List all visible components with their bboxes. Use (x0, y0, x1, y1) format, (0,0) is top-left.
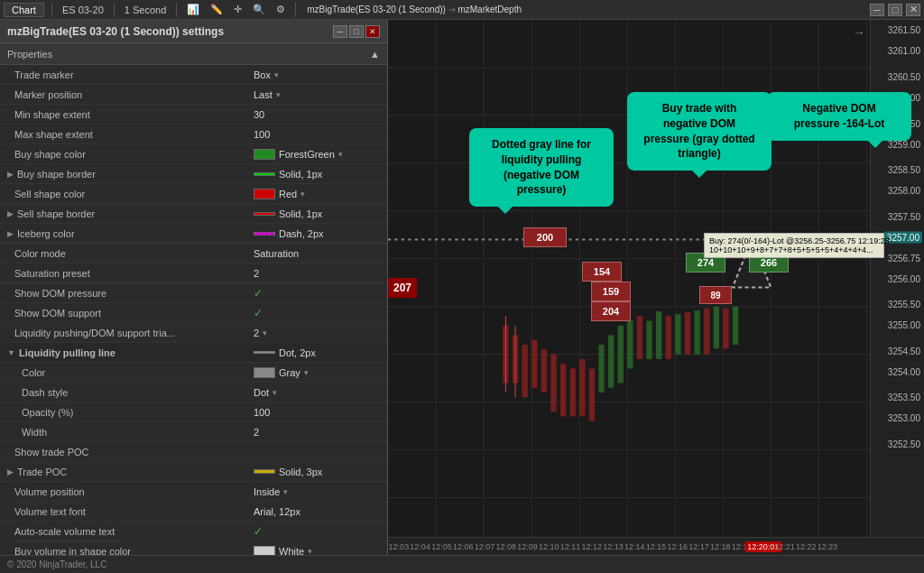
expand-buy-border[interactable]: ▶ (7, 170, 14, 179)
trade-box-159: 159 (591, 282, 631, 301)
svg-rect-40 (666, 316, 671, 359)
chart-area[interactable]: 207 → (388, 20, 924, 555)
label-iceberg-color: Iceberg color (17, 228, 254, 239)
row-buy-shape-border: ▶ Buy shape border Solid, 1px (0, 164, 387, 184)
value-sell-shape-border[interactable]: Solid, 1px (254, 208, 380, 219)
label-volume-text-font: Volume text font (14, 506, 254, 517)
draw-tool-icon[interactable]: ✏️ (208, 4, 226, 15)
close-window-btn[interactable]: ✕ (906, 4, 920, 16)
label-color-mode: Color mode (14, 248, 254, 259)
value-color-mode[interactable]: Saturation (254, 248, 380, 259)
value-width[interactable]: 2 (254, 427, 380, 438)
trade-poc-swatch (254, 469, 275, 474)
value-dash-style[interactable]: Dot ▾ (254, 387, 380, 398)
separator-1 (51, 3, 52, 17)
value-buy-vol-color[interactable]: White ▾ (254, 546, 380, 556)
time-1203: 12:03 (389, 542, 410, 551)
crosshair-icon[interactable]: ✛ (231, 4, 245, 15)
value-trade-marker[interactable]: Box ▾ (254, 69, 380, 80)
buy-border-swatch (254, 172, 275, 176)
left-side-marker: 207 (388, 278, 417, 298)
expand-sell-border[interactable]: ▶ (7, 209, 14, 218)
label-liquidity-pulling-section: Liquidity pulling line (19, 347, 254, 358)
zoom-icon[interactable]: 🔍 (250, 4, 268, 15)
expand-iceberg[interactable]: ▶ (7, 229, 14, 238)
panel-maximize-btn[interactable]: □ (349, 25, 364, 38)
chart-type-icon[interactable]: 📊 (184, 4, 202, 15)
panel-minimize-btn[interactable]: ─ (333, 25, 347, 38)
label-max-shape: Max shape extent (14, 129, 254, 140)
row-trade-poc: ▶ Trade POC Solid, 3px (0, 462, 387, 482)
trade-box-89: 89 (699, 286, 732, 304)
price-3254-50: 3254.50 (888, 346, 920, 356)
value-min-shape[interactable]: 30 (254, 109, 380, 120)
value-auto-scale[interactable]: ✓ (254, 525, 380, 538)
time-1222: 12:22 (796, 542, 817, 551)
value-trade-poc[interactable]: Solid, 3px (254, 467, 380, 477)
label-liquidity-pushing: Liquidity pushing/DOM support tria... (14, 328, 254, 338)
svg-rect-35 (618, 326, 624, 384)
value-sell-shape-color[interactable]: Red ▾ (254, 189, 380, 199)
time-1223: 12:23 (818, 542, 838, 551)
value-volume-position[interactable]: Inside ▾ (254, 486, 380, 497)
value-buy-shape-border[interactable]: Solid, 1px (254, 169, 380, 180)
label-auto-scale: Auto-scale volume text (14, 526, 254, 537)
value-volume-text-font[interactable]: Arial, 12px (254, 506, 380, 517)
settings-title: mzBigTrade(ES 03-20 (1 Second)) settings (7, 25, 224, 38)
expand-liquidity-pulling[interactable]: ▼ (7, 348, 15, 357)
buy-color-swatch (254, 149, 275, 160)
chart-tab[interactable]: Chart (4, 3, 44, 17)
panel-close-btn[interactable]: ✕ (365, 25, 380, 38)
row-liquidity-pulling-section: ▼ Liquidity pulling line Dot, 2px (0, 343, 387, 363)
svg-rect-28 (550, 355, 556, 412)
row-sell-shape-border: ▶ Sell shape border Solid, 1px (0, 204, 387, 224)
time-1206: 12:06 (453, 542, 474, 551)
value-show-dom-pressure[interactable]: ✓ (254, 287, 380, 300)
label-show-trade-poc: Show trade POC (14, 447, 254, 457)
win-controls: ─ □ ✕ (333, 25, 380, 38)
price-3260-50: 3260.50 (888, 72, 920, 82)
value-iceberg-color[interactable]: Dash, 2px (254, 228, 380, 239)
label-show-dom-support: Show DOM support (14, 308, 254, 319)
row-min-shape: Min shape extent 30 (0, 105, 387, 125)
timeframe-selector[interactable]: 1 Second (122, 5, 169, 15)
value-pulling-color[interactable]: Gray ▾ (254, 367, 380, 378)
value-max-shape[interactable]: 100 (254, 129, 380, 140)
iceberg-swatch (254, 232, 275, 236)
expand-trade-poc[interactable]: ▶ (7, 467, 14, 476)
separator-4 (295, 3, 296, 17)
time-1217: 12:17 (688, 542, 709, 551)
scroll-up-btn[interactable]: ▲ (370, 49, 380, 60)
time-1204: 12:04 (410, 542, 430, 551)
main-layout: mzBigTrade(ES 03-20 (1 Second)) settings… (0, 20, 924, 555)
instrument-selector[interactable]: ES 03-20 (60, 5, 106, 15)
properties-header: Properties ▲ (0, 43, 387, 65)
time-1211: 12:11 (560, 542, 581, 551)
settings-content[interactable]: Trade marker Box ▾ Marker position Last … (0, 65, 387, 555)
value-opacity[interactable]: 100 (254, 407, 380, 418)
separator-3 (176, 3, 177, 17)
row-saturation-preset: Saturation preset 2 (0, 263, 387, 283)
minimize-window-btn[interactable]: ─ (870, 4, 884, 16)
label-opacity: Opacity (%) (22, 407, 254, 418)
pulling-color-swatch (254, 367, 275, 378)
svg-rect-47 (733, 307, 738, 345)
value-saturation-preset[interactable]: 2 (254, 268, 380, 279)
price-3256-75: 3256.75 (888, 253, 920, 263)
row-opacity: Opacity (%) 100 (0, 402, 387, 422)
value-marker-position[interactable]: Last ▾ (254, 89, 380, 100)
svg-rect-41 (675, 314, 680, 354)
row-iceberg-color: ▶ Iceberg color Dash, 2px (0, 224, 387, 244)
value-show-dom-support[interactable]: ✓ (254, 307, 380, 319)
value-buy-shape-color[interactable]: ForestGreen ▾ (254, 149, 380, 160)
time-1213: 12:13 (603, 542, 624, 551)
separator-2 (114, 3, 115, 17)
price-3257-50: 3257.50 (888, 211, 920, 221)
time-1221: 12:21 (774, 542, 795, 551)
dropdown-arrow-liquidity: ▾ (263, 328, 267, 337)
svg-rect-42 (685, 312, 690, 355)
settings-icon[interactable]: ⚙ (273, 4, 288, 15)
value-liquidity-pushing[interactable]: 2 ▾ (254, 328, 380, 338)
dropdown-arrow-dash: ▾ (273, 388, 277, 397)
maximize-window-btn[interactable]: □ (888, 4, 902, 16)
